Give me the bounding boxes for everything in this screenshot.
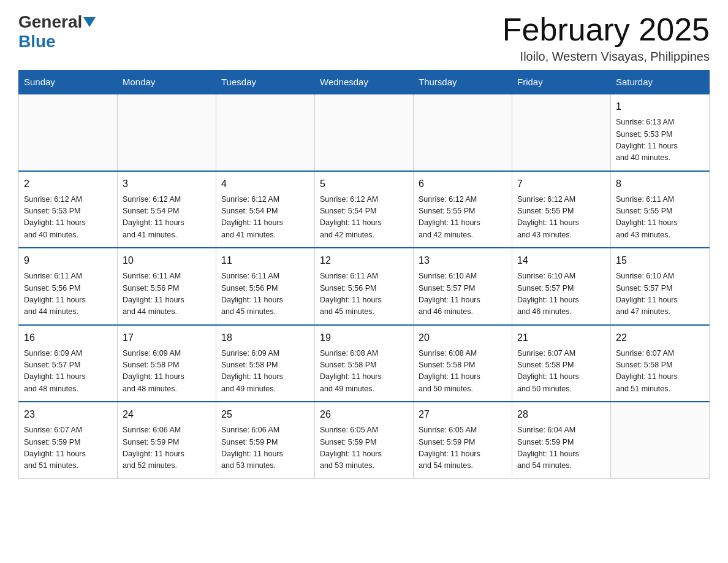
weekday-header-row: Sunday Monday Tuesday Wednesday Thursday…: [19, 71, 710, 94]
week-row-1: 1Sunrise: 6:13 AMSunset: 5:53 PMDaylight…: [19, 94, 710, 171]
week-row-3: 9Sunrise: 6:11 AMSunset: 5:56 PMDaylight…: [19, 248, 710, 325]
logo-general-text: General: [18, 12, 82, 32]
table-row: 25Sunrise: 6:06 AMSunset: 5:59 PMDayligh…: [216, 402, 315, 478]
day-number: 9: [24, 253, 112, 268]
table-row: 15Sunrise: 6:10 AMSunset: 5:57 PMDayligh…: [611, 248, 710, 325]
week-row-2: 2Sunrise: 6:12 AMSunset: 5:53 PMDaylight…: [19, 171, 710, 248]
day-number: 6: [419, 177, 507, 191]
table-row: [118, 94, 216, 171]
day-info: Sunrise: 6:10 AMSunset: 5:57 PMDaylight:…: [616, 270, 704, 318]
day-number: 3: [123, 177, 211, 191]
table-row: [512, 94, 611, 171]
table-row: 19Sunrise: 6:08 AMSunset: 5:58 PMDayligh…: [315, 325, 414, 402]
day-info: Sunrise: 6:08 AMSunset: 5:58 PMDaylight:…: [320, 348, 408, 396]
day-number: 18: [221, 331, 309, 345]
day-info: Sunrise: 6:05 AMSunset: 5:59 PMDaylight:…: [419, 424, 507, 472]
day-info: Sunrise: 6:11 AMSunset: 5:56 PMDaylight:…: [24, 270, 112, 318]
day-number: 27: [419, 407, 507, 422]
week-row-4: 16Sunrise: 6:09 AMSunset: 5:57 PMDayligh…: [19, 325, 710, 402]
day-info: Sunrise: 6:11 AMSunset: 5:56 PMDaylight:…: [123, 270, 211, 318]
day-number: 11: [221, 253, 309, 268]
day-number: 21: [517, 331, 605, 345]
calendar-title: February 2025: [502, 12, 710, 47]
day-info: Sunrise: 6:06 AMSunset: 5:59 PMDaylight:…: [221, 424, 309, 472]
table-row: 9Sunrise: 6:11 AMSunset: 5:56 PMDaylight…: [19, 248, 118, 325]
header-monday: Monday: [118, 71, 216, 94]
logo-blue-text: Blue: [18, 32, 56, 52]
calendar-table: Sunday Monday Tuesday Wednesday Thursday…: [18, 70, 710, 479]
day-info: Sunrise: 6:12 AMSunset: 5:55 PMDaylight:…: [517, 194, 605, 242]
table-row: 26Sunrise: 6:05 AMSunset: 5:59 PMDayligh…: [315, 402, 414, 478]
day-info: Sunrise: 6:07 AMSunset: 5:58 PMDaylight:…: [517, 348, 605, 396]
day-info: Sunrise: 6:11 AMSunset: 5:55 PMDaylight:…: [616, 194, 704, 242]
day-number: 2: [24, 177, 112, 191]
table-row: 13Sunrise: 6:10 AMSunset: 5:57 PMDayligh…: [414, 248, 512, 325]
table-row: [216, 94, 315, 171]
table-row: 4Sunrise: 6:12 AMSunset: 5:54 PMDaylight…: [216, 171, 315, 248]
day-number: 17: [123, 331, 211, 345]
day-number: 25: [221, 407, 309, 422]
table-row: 16Sunrise: 6:09 AMSunset: 5:57 PMDayligh…: [19, 325, 118, 402]
day-info: Sunrise: 6:12 AMSunset: 5:54 PMDaylight:…: [123, 194, 211, 242]
day-info: Sunrise: 6:10 AMSunset: 5:57 PMDaylight:…: [517, 270, 605, 318]
header-saturday: Saturday: [611, 71, 710, 94]
table-row: [19, 94, 118, 171]
table-row: 20Sunrise: 6:08 AMSunset: 5:58 PMDayligh…: [414, 325, 512, 402]
header-wednesday: Wednesday: [315, 71, 414, 94]
table-row: 17Sunrise: 6:09 AMSunset: 5:58 PMDayligh…: [118, 325, 216, 402]
table-row: 14Sunrise: 6:10 AMSunset: 5:57 PMDayligh…: [512, 248, 611, 325]
day-number: 28: [517, 407, 605, 422]
day-info: Sunrise: 6:13 AMSunset: 5:53 PMDaylight:…: [616, 117, 704, 164]
calendar-subtitle: Iloilo, Western Visayas, Philippines: [502, 50, 710, 64]
header-tuesday: Tuesday: [216, 71, 315, 94]
day-number: 14: [517, 253, 605, 268]
day-number: 7: [517, 177, 605, 191]
day-number: 24: [123, 407, 211, 422]
header-friday: Friday: [512, 71, 611, 94]
day-number: 10: [123, 253, 211, 268]
logo: General Blue: [18, 12, 97, 52]
table-row: 10Sunrise: 6:11 AMSunset: 5:56 PMDayligh…: [118, 248, 216, 325]
table-row: [315, 94, 414, 171]
day-number: 1: [616, 99, 704, 114]
table-row: 18Sunrise: 6:09 AMSunset: 5:58 PMDayligh…: [216, 325, 315, 402]
table-row: 11Sunrise: 6:11 AMSunset: 5:56 PMDayligh…: [216, 248, 315, 325]
table-row: [414, 94, 512, 171]
day-info: Sunrise: 6:11 AMSunset: 5:56 PMDaylight:…: [320, 270, 408, 318]
week-row-5: 23Sunrise: 6:07 AMSunset: 5:59 PMDayligh…: [19, 402, 710, 478]
day-info: Sunrise: 6:06 AMSunset: 5:59 PMDaylight:…: [123, 424, 211, 472]
day-info: Sunrise: 6:12 AMSunset: 5:53 PMDaylight:…: [24, 194, 112, 242]
day-info: Sunrise: 6:09 AMSunset: 5:57 PMDaylight:…: [24, 348, 112, 396]
day-number: 26: [320, 407, 408, 422]
day-info: Sunrise: 6:09 AMSunset: 5:58 PMDaylight:…: [221, 348, 309, 396]
day-number: 5: [320, 177, 408, 191]
table-row: 21Sunrise: 6:07 AMSunset: 5:58 PMDayligh…: [512, 325, 611, 402]
day-number: 20: [419, 331, 507, 345]
day-info: Sunrise: 6:10 AMSunset: 5:57 PMDaylight:…: [419, 270, 507, 318]
day-info: Sunrise: 6:07 AMSunset: 5:58 PMDaylight:…: [616, 348, 704, 396]
table-row: 27Sunrise: 6:05 AMSunset: 5:59 PMDayligh…: [414, 402, 512, 478]
day-info: Sunrise: 6:12 AMSunset: 5:54 PMDaylight:…: [320, 194, 408, 242]
logo-triangle-icon: [83, 17, 96, 27]
table-row: 12Sunrise: 6:11 AMSunset: 5:56 PMDayligh…: [315, 248, 414, 325]
table-row: 2Sunrise: 6:12 AMSunset: 5:53 PMDaylight…: [19, 171, 118, 248]
day-info: Sunrise: 6:04 AMSunset: 5:59 PMDaylight:…: [517, 424, 605, 472]
table-row: 6Sunrise: 6:12 AMSunset: 5:55 PMDaylight…: [414, 171, 512, 248]
title-section: February 2025 Iloilo, Western Visayas, P…: [502, 12, 710, 64]
day-info: Sunrise: 6:11 AMSunset: 5:56 PMDaylight:…: [221, 270, 309, 318]
table-row: 24Sunrise: 6:06 AMSunset: 5:59 PMDayligh…: [118, 402, 216, 478]
table-row: 22Sunrise: 6:07 AMSunset: 5:58 PMDayligh…: [611, 325, 710, 402]
header-sunday: Sunday: [19, 71, 118, 94]
day-number: 8: [616, 177, 704, 191]
table-row: 5Sunrise: 6:12 AMSunset: 5:54 PMDaylight…: [315, 171, 414, 248]
day-number: 23: [24, 407, 112, 422]
table-row: [611, 402, 710, 478]
header-thursday: Thursday: [414, 71, 512, 94]
day-number: 22: [616, 331, 704, 345]
day-number: 16: [24, 331, 112, 345]
table-row: 3Sunrise: 6:12 AMSunset: 5:54 PMDaylight…: [118, 171, 216, 248]
day-info: Sunrise: 6:12 AMSunset: 5:54 PMDaylight:…: [221, 194, 309, 242]
day-info: Sunrise: 6:07 AMSunset: 5:59 PMDaylight:…: [24, 424, 112, 472]
day-number: 19: [320, 331, 408, 345]
table-row: 8Sunrise: 6:11 AMSunset: 5:55 PMDaylight…: [611, 171, 710, 248]
